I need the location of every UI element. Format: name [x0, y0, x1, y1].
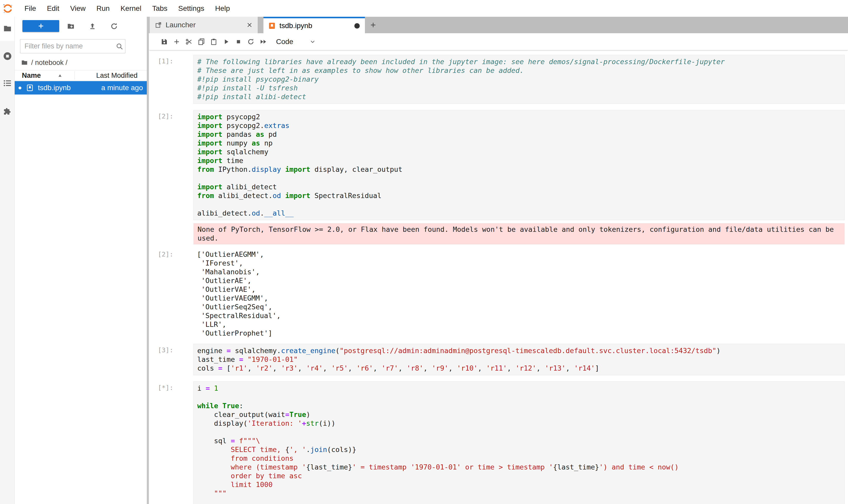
new-tab-button[interactable] [366, 17, 380, 33]
file-modified: a minute ago [101, 84, 143, 92]
cut-cells-button[interactable] [183, 37, 195, 47]
jupyterlab-window: FileEditViewRunKernelTabsSettingsHelp [0, 0, 848, 504]
notebook-cell: [2]:import psycopg2import psycopg2.extra… [149, 110, 845, 220]
restart-kernel-button[interactable] [245, 37, 257, 47]
notebook-cell: [3]:engine = sqlalchemy.create_engine("p… [149, 344, 845, 375]
menu-items: FileEditViewRunKernelTabsSettingsHelp [19, 0, 235, 17]
copy-icon [198, 38, 205, 46]
menu-item-run[interactable]: Run [91, 0, 115, 17]
notebook-cell: [2]:['OutlierAEGMM', 'IForest', 'Mahalan… [149, 248, 845, 338]
insert-cell-button[interactable] [170, 37, 183, 47]
refresh-icon [110, 22, 118, 30]
search-icon [115, 42, 123, 50]
folder-icon [21, 59, 28, 66]
menu-item-help[interactable]: Help [210, 0, 235, 17]
save-icon [160, 38, 168, 46]
notebook-file-icon [26, 84, 34, 92]
close-icon[interactable] [246, 21, 253, 29]
menu-item-edit[interactable]: Edit [41, 0, 65, 17]
upload-icon [88, 22, 96, 30]
cell-editor[interactable]: engine = sqlalchemy.create_engine("postg… [193, 344, 845, 375]
sidebar-tab-table-of-contents[interactable] [0, 76, 15, 90]
run-cell-button[interactable] [220, 37, 232, 47]
file-name: tsdb.ipynb [38, 84, 71, 92]
cell-type-value: Code [276, 38, 293, 46]
menu-item-view[interactable]: View [65, 0, 91, 17]
filter-files-input[interactable] [20, 42, 115, 50]
column-divider [74, 71, 75, 79]
restart-run-all-button[interactable] [257, 37, 269, 47]
column-header-modified[interactable]: Last Modified [96, 72, 138, 79]
app-shell: / notebook / Name Last Modified tsdb.ipy… [0, 17, 848, 504]
tab-tsdb[interactable]: tsdb.ipynb [264, 17, 365, 33]
notebook-file-icon [268, 22, 276, 30]
menu-bar: FileEditViewRunKernelTabsSettingsHelp [0, 0, 848, 17]
tab-label: Launcher [166, 21, 196, 29]
cell-type-select[interactable]: Code [276, 38, 316, 46]
new-folder-button[interactable] [66, 22, 76, 31]
breadcrumb-path: / notebook / [31, 59, 68, 67]
plus-icon [37, 22, 44, 30]
cell-prompt: [2]: [149, 248, 193, 338]
sidebar-tab-file-browser[interactable] [0, 22, 15, 35]
new-launcher-button[interactable] [22, 20, 59, 32]
open-file-indicator [19, 87, 21, 89]
plus-icon [369, 21, 377, 29]
new-folder-icon [67, 22, 75, 30]
menu-item-kernel[interactable]: Kernel [115, 0, 147, 17]
scissors-icon [185, 38, 193, 46]
column-header-name[interactable]: Name [15, 72, 41, 79]
stderr-output: None of PyTorch, TensorFlow >= 2.0, or F… [193, 223, 845, 245]
filter-box [20, 39, 125, 53]
puzzle-icon [3, 107, 12, 116]
file-row-tsdb[interactable]: tsdb.ipynb a minute ago [15, 81, 147, 94]
paste-icon [210, 38, 218, 46]
copy-cells-button[interactable] [195, 37, 208, 47]
left-activity-bar [0, 17, 15, 504]
main-area: Launcher tsdb.ipynb [147, 17, 848, 504]
cell-prompt: [2]: [149, 110, 193, 220]
stop-icon [235, 38, 242, 46]
tab-bar: Launcher tsdb.ipynb [149, 17, 848, 33]
unsaved-changes-indicator[interactable] [354, 23, 360, 29]
cell-prompt [149, 223, 193, 245]
cell-editor[interactable]: i = 1while True: clear_output(wait=True)… [193, 381, 845, 504]
jupyter-logo-icon [3, 3, 13, 14]
list-icon [3, 78, 12, 88]
notebook-cell: None of PyTorch, TensorFlow >= 2.0, or F… [149, 223, 845, 245]
plus-icon [173, 38, 181, 46]
sort-ascending-icon[interactable] [57, 73, 62, 78]
sidebar-tab-extensions[interactable] [0, 105, 15, 118]
tab-launcher[interactable]: Launcher [150, 17, 258, 33]
upload-button[interactable] [87, 22, 97, 31]
fast-forward-icon [259, 38, 267, 46]
cell-prompt: [3]: [149, 344, 193, 375]
cell-prompt: [1]: [149, 55, 193, 104]
notebook-area: [1]:# The following libraries have alrea… [149, 50, 848, 504]
cell-editor[interactable]: import psycopg2import psycopg2.extrasimp… [193, 110, 845, 220]
breadcrumb[interactable]: / notebook / [21, 57, 68, 68]
cell-prompt: [*]: [149, 381, 193, 504]
stop-kernel-button[interactable] [232, 37, 245, 47]
folder-icon [3, 24, 12, 33]
launcher-icon [155, 21, 162, 29]
run-icon [222, 38, 230, 46]
menu-item-file[interactable]: File [19, 0, 41, 17]
cell-editor[interactable]: # The following libraries have already b… [193, 55, 845, 104]
file-browser-panel: / notebook / Name Last Modified tsdb.ipy… [15, 17, 147, 504]
save-button[interactable] [158, 37, 170, 47]
sidebar-tab-running-sessions[interactable] [0, 50, 15, 63]
refresh-button[interactable] [109, 22, 119, 31]
notebook-cell: [*]:i = 1while True: clear_output(wait=T… [149, 381, 845, 504]
tab-label: tsdb.ipynb [279, 22, 312, 30]
chevron-down-icon [309, 38, 316, 45]
file-browser-toolbar [15, 20, 147, 32]
menu-item-tabs[interactable]: Tabs [147, 0, 173, 17]
cell-output: ['OutlierAEGMM', 'IForest', 'Mahalanobis… [193, 248, 845, 338]
notebook-toolbar: Code [149, 33, 848, 50]
notebook-cell: [1]:# The following libraries have alrea… [149, 55, 845, 104]
file-list-header: Name Last Modified [15, 70, 147, 81]
restart-icon [247, 38, 255, 46]
menu-item-settings[interactable]: Settings [173, 0, 210, 17]
paste-cells-button[interactable] [208, 37, 220, 47]
